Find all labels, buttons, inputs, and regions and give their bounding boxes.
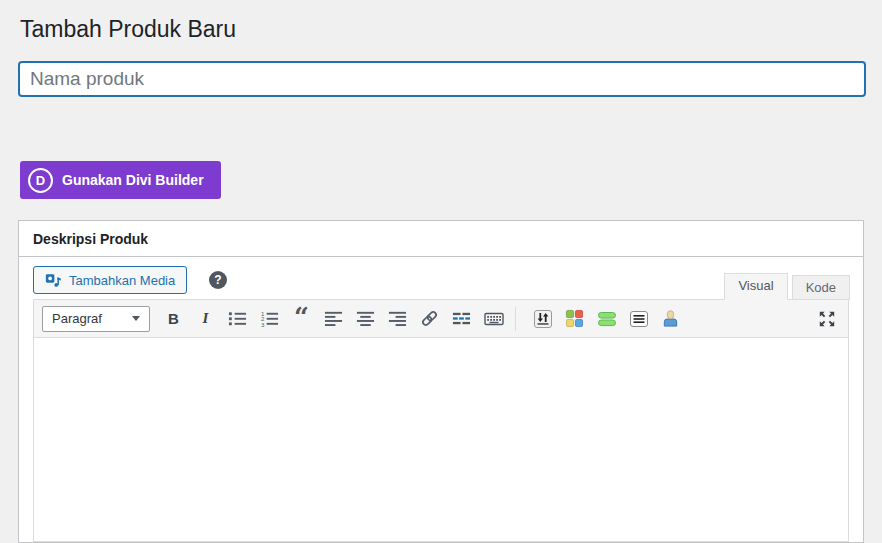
panel-heading: Deskripsi Produk bbox=[19, 221, 863, 257]
bold-button[interactable]: B bbox=[160, 307, 187, 331]
numbered-list-button[interactable]: 1 2 3 bbox=[256, 307, 283, 331]
bulleted-list-button[interactable] bbox=[224, 307, 251, 331]
product-name-input[interactable] bbox=[18, 61, 866, 97]
align-center-button[interactable] bbox=[352, 307, 379, 331]
add-media-button[interactable]: Tambahkan Media bbox=[33, 266, 187, 294]
editor-container: Paragraf B I bbox=[33, 299, 849, 542]
bold-icon: B bbox=[168, 310, 179, 327]
page-title: Tambah Produk Baru bbox=[20, 16, 236, 43]
tab-visual[interactable]: Visual bbox=[724, 273, 787, 300]
add-media-icon bbox=[45, 272, 62, 289]
numbered-list-icon: 1 2 3 bbox=[260, 309, 279, 328]
blockquote-icon: “ bbox=[294, 312, 309, 326]
read-more-icon bbox=[452, 309, 471, 328]
help-icon[interactable]: ? bbox=[209, 271, 227, 289]
keyboard-shortcuts-button[interactable] bbox=[480, 307, 507, 331]
link-icon bbox=[420, 309, 439, 328]
product-description-panel: Deskripsi Produk Tambahkan Media ? Visua… bbox=[18, 220, 864, 543]
align-center-icon bbox=[356, 309, 375, 328]
bulleted-list-icon bbox=[228, 309, 247, 328]
align-left-icon bbox=[324, 309, 343, 328]
divi-button-label: Gunakan Divi Builder bbox=[62, 172, 204, 188]
insert-user-button[interactable] bbox=[657, 307, 684, 331]
text-lines-page-icon bbox=[629, 309, 649, 329]
format-select-value: Paragraf bbox=[52, 311, 102, 326]
green-bars-icon bbox=[597, 309, 617, 329]
editor-toolbar: Paragraf B I bbox=[34, 300, 848, 338]
italic-icon: I bbox=[203, 310, 209, 327]
add-media-label: Tambahkan Media bbox=[69, 273, 175, 288]
svg-text:3: 3 bbox=[261, 321, 265, 328]
align-right-button[interactable] bbox=[384, 307, 411, 331]
divi-logo-icon: D bbox=[28, 168, 53, 193]
read-more-button[interactable] bbox=[448, 307, 475, 331]
align-right-icon bbox=[388, 309, 407, 328]
paragraph-format-select[interactable]: Paragraf bbox=[42, 306, 150, 332]
sort-arrows-button[interactable] bbox=[529, 307, 556, 331]
fullscreen-button[interactable] bbox=[813, 307, 840, 331]
fullscreen-icon bbox=[818, 310, 836, 328]
text-lines-button[interactable] bbox=[625, 307, 652, 331]
keyboard-icon bbox=[484, 309, 504, 329]
green-bars-button[interactable] bbox=[593, 307, 620, 331]
tab-code[interactable]: Kode bbox=[792, 275, 850, 300]
toolbar-separator bbox=[515, 307, 516, 331]
user-icon bbox=[661, 309, 680, 328]
editor-mode-tabs: Visual Kode bbox=[724, 273, 850, 300]
blockquote-button[interactable]: “ bbox=[288, 307, 315, 331]
italic-button[interactable]: I bbox=[192, 307, 219, 331]
editor-content[interactable] bbox=[34, 338, 848, 541]
use-divi-builder-button[interactable]: D Gunakan Divi Builder bbox=[20, 161, 221, 199]
add-product-page: Tambah Produk Baru D Gunakan Divi Builde… bbox=[0, 0, 882, 543]
align-left-button[interactable] bbox=[320, 307, 347, 331]
sort-arrows-page-icon bbox=[533, 309, 553, 329]
editor-tools-row: Tambahkan Media ? Visual Kode bbox=[19, 257, 863, 299]
chevron-down-icon bbox=[132, 316, 140, 321]
insert-link-button[interactable] bbox=[416, 307, 443, 331]
colored-blocks-button[interactable] bbox=[561, 307, 588, 331]
colored-blocks-icon bbox=[565, 309, 584, 328]
